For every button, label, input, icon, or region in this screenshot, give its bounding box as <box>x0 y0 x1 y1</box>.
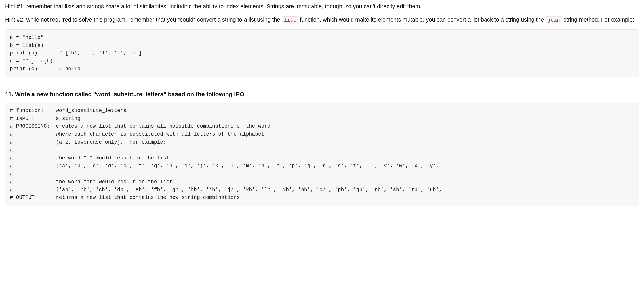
question-11-title: 11. Write a new function called "word_su… <box>5 90 639 99</box>
code-ipo-block: # function: word_substitute_letters # IN… <box>5 103 639 206</box>
hint-1-text: Hint #1: remember that lists and strings… <box>5 2 639 10</box>
hint-2-part-3: string method. For example: <box>562 16 634 23</box>
inline-code-join: join <box>546 16 562 24</box>
code-example-1: a = "hello" b = list(a) print (b) # ['h'… <box>5 29 639 77</box>
hint-2-part-1: Hint #2: while not required to solve thi… <box>5 16 282 23</box>
inline-code-list: list <box>282 16 298 24</box>
hint-2-text: Hint #2: while not required to solve thi… <box>5 16 639 24</box>
hint-2-part-2: function, which would make its elements … <box>298 16 546 23</box>
section-divider <box>5 83 639 83</box>
